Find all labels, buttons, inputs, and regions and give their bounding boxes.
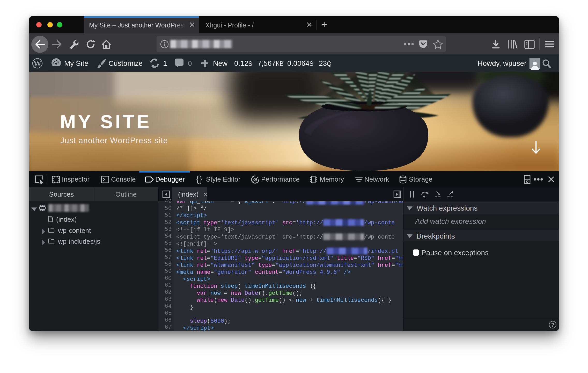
svg-text:W: W: [33, 59, 41, 68]
